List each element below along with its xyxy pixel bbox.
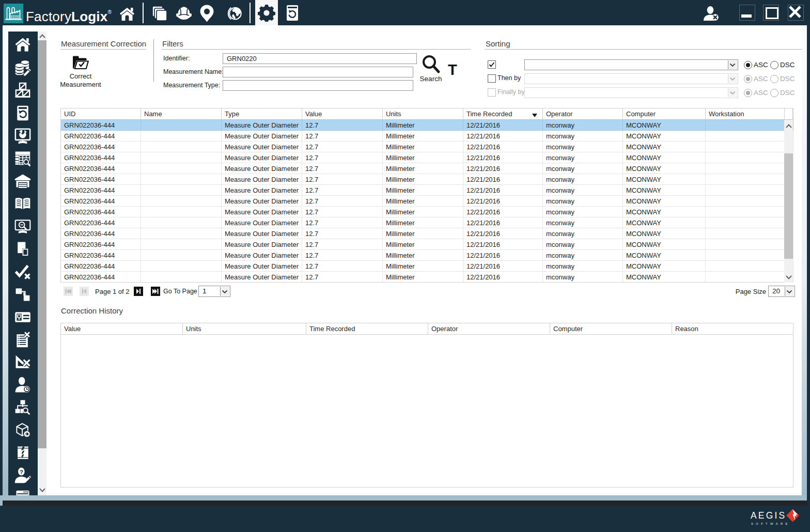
svg-text:AEGIS: AEGIS [751,510,787,521]
svg-text:?: ? [20,468,23,475]
svg-text:SOFTWARE: SOFTWARE [751,522,790,525]
